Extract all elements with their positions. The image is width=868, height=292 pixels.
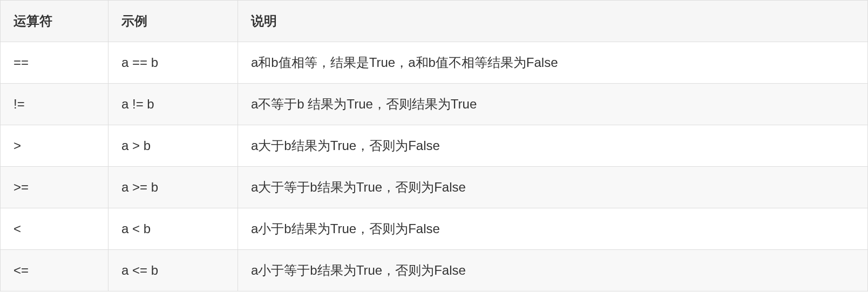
header-operator: 运算符 [1, 1, 109, 42]
cell-example: a <= b [109, 250, 238, 291]
table-header-row: 运算符 示例 说明 [1, 1, 868, 42]
cell-example: a > b [109, 125, 238, 167]
cell-operator: != [1, 84, 109, 125]
table-row: == a == b a和b值相等，结果是True，a和b值不相等结果为False [1, 42, 868, 84]
operators-table: 运算符 示例 说明 == a == b a和b值相等，结果是True，a和b值不… [0, 0, 868, 291]
table-row: != a != b a不等于b 结果为True，否则结果为True [1, 84, 868, 125]
cell-operator: > [1, 125, 109, 167]
cell-example: a >= b [109, 167, 238, 208]
table-row: <= a <= b a小于等于b结果为True，否则为False [1, 250, 868, 291]
header-description: 说明 [238, 1, 868, 42]
cell-example: a < b [109, 208, 238, 250]
table-row: < a < b a小于b结果为True，否则为False [1, 208, 868, 250]
header-example: 示例 [109, 1, 238, 42]
cell-operator: >= [1, 167, 109, 208]
cell-description: a大于等于b结果为True，否则为False [238, 167, 868, 208]
cell-example: a == b [109, 42, 238, 84]
cell-description: a小于b结果为True，否则为False [238, 208, 868, 250]
cell-description: a和b值相等，结果是True，a和b值不相等结果为False [238, 42, 868, 84]
cell-example: a != b [109, 84, 238, 125]
table-row: > a > b a大于b结果为True，否则为False [1, 125, 868, 167]
cell-description: a小于等于b结果为True，否则为False [238, 250, 868, 291]
cell-operator: == [1, 42, 109, 84]
cell-operator: < [1, 208, 109, 250]
cell-operator: <= [1, 250, 109, 291]
table-row: >= a >= b a大于等于b结果为True，否则为False [1, 167, 868, 208]
cell-description: a不等于b 结果为True，否则结果为True [238, 84, 868, 125]
cell-description: a大于b结果为True，否则为False [238, 125, 868, 167]
